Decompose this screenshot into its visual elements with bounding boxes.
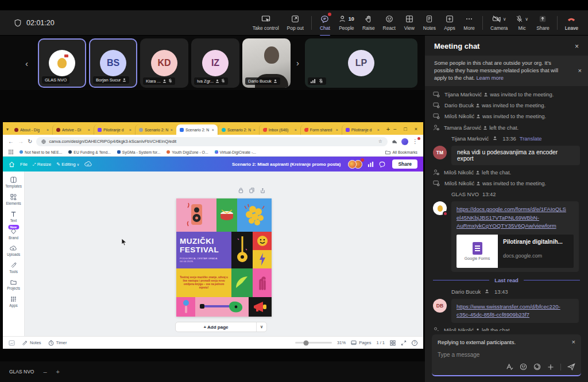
message-input[interactable]: Type a message [432,348,581,361]
window-maximize-icon[interactable]: □ [404,126,407,132]
zoom-slider-knob[interactable] [304,340,309,345]
browser-menu-icon[interactable]: ⋮ [412,138,418,145]
fullscreen-icon[interactable] [401,340,407,346]
zoom-slider[interactable] [295,342,332,344]
browser-tab[interactable]: Form shared× [300,124,342,135]
browser-tab-active[interactable]: Scenario 2: N× [176,124,218,135]
bookmark-item[interactable]: Youth DigiZone - O... [167,150,208,154]
browser-tab[interactable]: Artvive - Di× [52,124,94,135]
site-info-icon[interactable] [41,139,46,144]
learn-more-link[interactable]: Learn more [476,75,504,81]
all-bookmarks-button[interactable]: All Bookmarks [385,150,417,154]
camera-dropdown-chevron[interactable]: ∨ [503,17,506,22]
attach-plus-icon[interactable] [547,364,554,371]
zoom-in-icon[interactable]: + [56,368,60,375]
window-minimize-icon[interactable]: – [393,126,396,132]
tab-search-chevron-icon[interactable]: ▾ [6,127,9,132]
editing-menu[interactable]: ✎ Editing ∨ [56,162,79,167]
sidebar-item-text[interactable]: Text [10,211,17,223]
raise-hand-button[interactable]: Raise [358,13,379,32]
message-link[interactable]: https://docs.google.com/forms/d/e/1FAIoQ… [457,205,574,213]
translate-link[interactable]: Translate [520,135,542,142]
browser-tab[interactable]: Pilotiranje d× [94,124,135,135]
notes-toggle[interactable]: Notes [22,340,41,346]
page-thumbnail-icon[interactable] [9,340,15,346]
more-button[interactable]: More [459,13,479,32]
share-button[interactable]: Share [532,13,554,32]
chat-message[interactable]: TM neka vidi u podesavanjima za encoder … [433,146,580,165]
resize-menu[interactable]: ⤢ Resize [33,162,51,167]
emoji-icon[interactable] [520,363,527,371]
bookmark-item[interactable]: SyGMa - System for... [117,150,160,154]
sidebar-item-brand[interactable]: NewBrand [9,228,18,240]
tab-close-icon[interactable]: × [47,128,49,132]
sidebar-item-projects[interactable]: Projects [7,279,20,290]
sticker-icon[interactable] [533,363,541,371]
home-icon[interactable] [9,161,15,167]
dismiss-banner-icon[interactable]: × [578,67,582,75]
participant-tile-glas-nvo[interactable]: GLAS NVO [38,38,86,88]
participant-tile-iva[interactable]: IZ Iva Zgr... [191,38,239,88]
participant-tile-dario[interactable]: Dario Bucuk [242,38,291,88]
new-tab-icon[interactable]: + [386,126,390,132]
browser-tab[interactable]: Scenario 2: N× [218,124,259,135]
design-poster[interactable]: MUZIČKI FESTIVAL PODGORICA, CENTAR GRADA… [176,198,272,317]
refresh-icon[interactable]: ↻ [28,138,32,145]
zoom-out-icon[interactable]: – [43,368,47,375]
message-link[interactable]: AuRmxIykCqYOQTY35V6QAw/viewform [457,222,574,230]
bookmark-item[interactable]: Not Neet to be NEE... [20,150,62,154]
tab-close-icon[interactable]: × [253,128,256,132]
forward-icon[interactable]: → [18,138,24,145]
sidebar-item-uploads[interactable]: Uploads [7,245,20,256]
lock-icon[interactable] [238,188,243,193]
scroll-right-chevron-icon[interactable]: › [296,58,299,68]
react-button[interactable]: React [379,13,400,32]
camera-button[interactable]: ∨ Camera [486,13,512,32]
bookmark-item[interactable]: EU Funding & Tend... [68,150,110,154]
address-bar[interactable]: canva.com/design/DAHECRiPGp4/6kgk3-kScan… [36,137,388,146]
canva-canvas-area[interactable]: MUZIČKI FESTIVAL PODGORICA, CENTAR GRADA… [25,171,423,336]
participant-tile-klara[interactable]: KD Klara ... [140,38,188,88]
tab-close-icon[interactable]: × [212,128,214,132]
browser-tab[interactable]: Inbox (646)× [259,124,300,135]
pages-toggle[interactable]: Pages [351,340,371,345]
profile-avatar[interactable] [401,138,408,145]
message-link[interactable]: el45NKbjJBS17VTaPNL69WBbN- [457,214,574,222]
apps-button[interactable]: Apps [440,13,459,32]
chat-message[interactable]: https://docs.google.com/forms/d/e/1FAIoQ… [433,201,580,271]
take-control-button[interactable]: Take control [249,13,283,32]
file-menu[interactable]: File [20,162,28,167]
send-icon[interactable] [567,363,575,371]
tab-close-icon[interactable]: × [88,128,90,132]
comments-icon[interactable] [379,161,385,167]
bookmark-star-icon[interactable]: ☆ [378,139,382,144]
help-icon[interactable]: ? [412,340,417,346]
notes-button[interactable]: Notes [419,13,440,32]
canva-share-button[interactable]: Share [392,159,417,169]
browser-tab[interactable]: Scenario 2: N× [135,124,176,135]
browser-tab[interactable]: About - Dig× [11,124,52,135]
tab-close-icon[interactable]: × [129,128,131,132]
participant-tile-borjan[interactable]: BS Borjan Sucur [89,38,137,88]
browser-tab[interactable]: Pilotiranje d× [342,124,383,135]
pop-out-button[interactable]: Pop out [283,13,308,32]
chat-message[interactable]: DB https://www.swisstransfer.com/d/bfcec… [433,299,580,323]
mic-button[interactable]: ∨ Mic [512,13,532,32]
tab-close-icon[interactable]: × [336,128,338,132]
add-page-button[interactable]: + Add page ∨ [175,322,267,332]
window-close-icon[interactable]: × [415,126,417,132]
dismiss-replying-icon[interactable]: × [572,338,575,345]
duplicate-page-icon[interactable] [249,188,254,193]
add-page-dropdown-chevron[interactable]: ∨ [256,322,266,332]
back-icon[interactable]: ← [8,138,14,145]
format-icon[interactable] [506,363,513,371]
mic-dropdown-chevron[interactable]: ∨ [525,17,528,22]
people-button[interactable]: 10 People [335,13,358,32]
sidebar-item-tools[interactable]: Tools [9,262,18,274]
grid-view-icon[interactable] [390,340,396,346]
message-link[interactable]: https://www.swisstransfer.com/d/bfcec220… [457,303,574,311]
chat-button[interactable]: Chat [315,13,335,32]
scroll-left-chevron-icon[interactable]: ‹ [25,58,28,68]
sidebar-item-elements[interactable]: Elements [6,194,21,205]
tab-close-icon[interactable]: × [171,128,173,132]
